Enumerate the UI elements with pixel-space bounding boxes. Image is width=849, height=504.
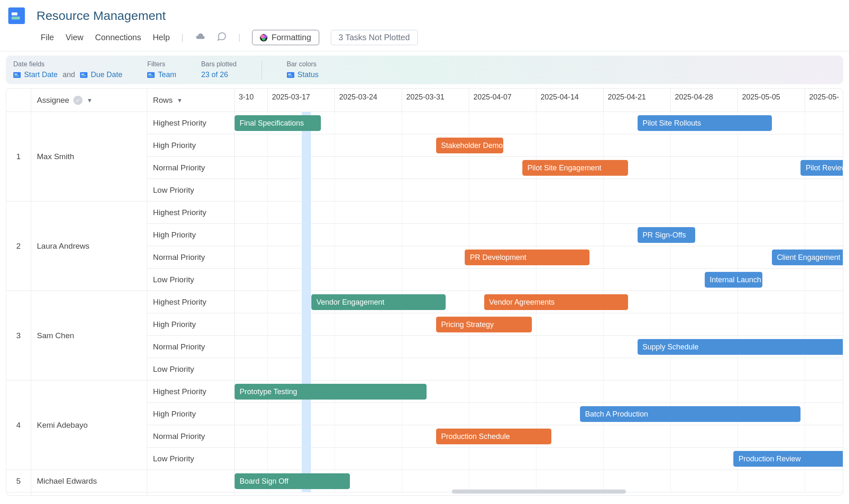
chevron-down-icon: ▼	[177, 97, 183, 104]
filter-chip-bar: Date fields Start Date and Due Date Filt…	[6, 56, 843, 84]
index-cell: 4	[6, 380, 31, 470]
priority-cell: Highest Priority	[147, 291, 234, 313]
priority-cell: High Priority	[147, 403, 234, 425]
tasks-not-plotted-button[interactable]: 3 Tasks Not Plotted	[331, 30, 418, 45]
gantt-bar[interactable]: Prototype Testing	[235, 384, 427, 400]
gantt-bar[interactable]: Production Schedule	[436, 429, 551, 444]
timeline-row: Final SpecificationsPilot Site Rollouts	[235, 112, 843, 134]
palette-icon	[260, 34, 267, 41]
formatting-button[interactable]: Formatting	[252, 30, 319, 45]
menu-file[interactable]: File	[41, 33, 54, 42]
gantt-bar[interactable]: Internal Launch	[705, 272, 762, 288]
priority-cell: Low Priority	[147, 269, 234, 291]
rows-column: Rows ▼ Highest PriorityHigh PriorityNorm…	[147, 89, 234, 495]
assignee-cell[interactable]: Sam Chen	[31, 291, 147, 380]
field-icon	[80, 72, 87, 78]
timeline-rows: Final SpecificationsPilot Site RolloutsS…	[235, 112, 843, 492]
gantt-bar[interactable]: Stakeholder Demos	[436, 138, 503, 153]
priority-cell: Normal Priority	[147, 157, 234, 179]
gantt-bar[interactable]: Client Engagement Day	[772, 250, 843, 265]
filters-link[interactable]: Team	[158, 70, 176, 79]
rows-column-label: Rows	[153, 96, 173, 105]
date-fields-group: Date fields Start Date and Due Date	[13, 61, 122, 79]
priority-cell: Normal Priority	[147, 425, 234, 448]
priority-cell: Low Priority	[147, 448, 234, 470]
date-fields-label: Date fields	[13, 61, 122, 68]
timeline-row: Internal Launch	[235, 269, 843, 291]
rows-column-head[interactable]: Rows ▼	[147, 89, 234, 112]
timeline-row: Vendor EngagementVendor Agreements	[235, 291, 843, 313]
due-date-link[interactable]: Due Date	[91, 70, 122, 79]
index-cell: 2	[6, 201, 31, 291]
assignee-cell[interactable]: Michael Edwards	[31, 470, 147, 492]
gantt-bar[interactable]: Vendor Engagement	[311, 294, 446, 310]
date-tick: 2025-03-17	[268, 89, 335, 111]
header: Resource Management File View Connection…	[0, 0, 849, 51]
gantt-bar[interactable]: Pilot Site Engagement	[522, 160, 628, 176]
page-title: Resource Management	[36, 9, 166, 23]
priority-cell: Low Priority	[147, 358, 234, 380]
timeline-row: Board Sign Off	[235, 470, 843, 492]
filters-label: Filters	[147, 61, 176, 68]
chevron-down-icon: ▼	[87, 97, 92, 104]
timeline-row	[235, 358, 843, 380]
timeline: 3-102025-03-172025-03-242025-03-312025-0…	[235, 89, 843, 495]
bar-colors-group: Bar colors Status	[287, 61, 319, 79]
timeline-body: Final SpecificationsPilot Site RolloutsS…	[235, 112, 843, 492]
field-icon	[13, 72, 21, 78]
priority-cell: Normal Priority	[147, 336, 234, 358]
assignee-cell[interactable]: Max Smith	[31, 112, 147, 201]
bar-colors-label: Bar colors	[287, 61, 319, 68]
horizontal-scrollbar[interactable]	[452, 489, 626, 494]
separator: |	[238, 33, 240, 42]
cloud-icon[interactable]	[195, 32, 205, 44]
date-tick: 2025-03-31	[402, 89, 469, 111]
comment-icon[interactable]	[217, 32, 227, 44]
timeline-row: Batch A Production	[235, 403, 843, 425]
index-cell: 5	[6, 470, 31, 492]
gantt-bar[interactable]: Final Specifications	[235, 115, 321, 131]
index-cell: 3	[6, 291, 31, 380]
bars-plotted-value[interactable]: 23 of 26	[201, 70, 236, 79]
menu-view[interactable]: View	[65, 33, 83, 42]
gantt-bar[interactable]: Vendor Agreements	[484, 294, 628, 310]
field-icon	[147, 72, 155, 78]
timeline-row	[235, 179, 843, 201]
menubar: File View Connections Help | | Formattin…	[8, 24, 841, 51]
timeline-row	[235, 201, 843, 224]
bar-colors-link[interactable]: Status	[298, 70, 319, 79]
gantt-bar[interactable]: PR Development	[465, 250, 589, 265]
priority-cell: High Priority	[147, 313, 234, 336]
app-logo-icon	[8, 7, 25, 24]
and-text: and	[61, 70, 77, 79]
date-tick: 2025-03-24	[335, 89, 402, 111]
gantt-bar[interactable]: Supply Schedule	[638, 339, 843, 355]
timeline-row: PR DevelopmentClient Engagement Day	[235, 246, 843, 269]
timeline-row: Stakeholder Demos	[235, 134, 843, 157]
menu-connections[interactable]: Connections	[95, 33, 141, 42]
menu-help[interactable]: Help	[153, 33, 170, 42]
gantt-bar[interactable]: Production Review	[733, 451, 843, 467]
index-column: 12345	[6, 89, 31, 495]
start-date-link[interactable]: Start Date	[24, 70, 58, 79]
gantt-bar[interactable]: Batch A Production	[580, 406, 800, 422]
gantt-bar[interactable]: Board Sign Off	[235, 473, 350, 489]
gantt-bar[interactable]: Pilot Reviews	[800, 160, 843, 176]
gantt-bar[interactable]: Pilot Site Rollouts	[638, 115, 772, 131]
assignee-column-head[interactable]: Assignee ✓ ▼	[31, 89, 147, 112]
filters-group: Filters Team	[147, 61, 176, 79]
assignee-column-label: Assignee	[37, 96, 69, 105]
left-columns: 12345 Assignee ✓ ▼ Max SmithLaura Andrew…	[6, 89, 235, 495]
priority-cell: Highest Priority	[147, 201, 234, 224]
timeline-row: Supply Schedule	[235, 336, 843, 358]
bars-plotted-group: Bars plotted 23 of 26	[201, 61, 236, 79]
date-tick: 2025-04-07	[469, 89, 536, 111]
gantt-bar[interactable]: PR Sign-Offs	[638, 227, 695, 243]
assignee-cell[interactable]: Kemi Adebayo	[31, 380, 147, 470]
timeline-row: Production Review	[235, 448, 843, 470]
timeline-row: PR Sign-Offs	[235, 224, 843, 246]
check-icon: ✓	[73, 96, 82, 105]
tasks-not-plotted-label: 3 Tasks Not Plotted	[339, 33, 410, 42]
assignee-cell[interactable]: Laura Andrews	[31, 201, 147, 291]
gantt-bar[interactable]: Pricing Strategy	[436, 317, 532, 332]
